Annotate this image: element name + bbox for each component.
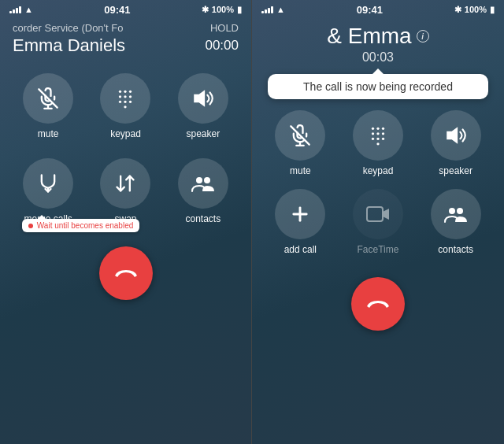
svg-marker-29 [447, 127, 458, 143]
contacts-button-right[interactable]: contacts [423, 189, 488, 255]
speaker-button[interactable]: speaker [171, 73, 235, 139]
swap-button[interactable]: swap [93, 158, 158, 224]
right-speaker-circle [431, 110, 481, 161]
left-status-left: ▲ [9, 5, 33, 14]
right-mute-circle [275, 110, 325, 161]
svg-point-24 [382, 132, 384, 135]
right-wifi-icon: ▲ [276, 5, 285, 14]
keypad-button[interactable]: keypad [93, 73, 158, 139]
contacts-label-left: contacts [185, 213, 220, 224]
contacts-icon-left [191, 172, 216, 194]
add-call-circle [275, 189, 325, 239]
svg-point-20 [376, 128, 379, 130]
add-call-button[interactable]: add call [268, 189, 333, 255]
right-speaker-button[interactable]: speaker [423, 110, 488, 176]
facetime-label: FaceTime [358, 244, 399, 255]
facetime-button[interactable]: FaceTime [346, 189, 411, 255]
svg-point-9 [119, 101, 121, 103]
svg-marker-13 [194, 90, 205, 106]
contacts-circle-right [431, 189, 481, 239]
signal-bars-icon [9, 6, 21, 13]
svg-point-10 [124, 101, 127, 103]
contacts-circle-left [178, 158, 228, 209]
add-call-icon [289, 203, 311, 225]
right-time: 09:41 [357, 4, 383, 16]
primary-call-duration: 00:00 [205, 38, 239, 54]
right-caller-name-area: & Emma i [265, 24, 491, 49]
speaker-circle [178, 73, 228, 124]
secondary-call-name: corder Service (Don't Fo [13, 22, 123, 34]
right-button-grid-row1: mute keypad [252, 104, 504, 179]
right-phone-screen: ▲ 09:41 ✱ 100% ▮ & Emma i 00:03 The call… [252, 0, 504, 444]
right-button-grid-row2: add call FaceTime contacts [252, 179, 504, 265]
svg-point-34 [449, 208, 455, 214]
battery-text: 100% [212, 5, 234, 14]
svg-point-27 [382, 138, 384, 140]
svg-point-22 [372, 132, 374, 135]
svg-point-6 [119, 95, 121, 98]
facetime-icon [366, 205, 390, 223]
svg-point-14 [196, 177, 202, 183]
right-mute-button[interactable]: mute [268, 110, 333, 176]
left-end-call-button[interactable] [99, 246, 153, 300]
merge-circle [23, 158, 73, 209]
svg-point-28 [376, 142, 379, 145]
speaker-icon [191, 87, 215, 109]
mute-tooltip-text: Wait until becomes enabled [37, 221, 133, 230]
facetime-circle [353, 189, 403, 239]
contacts-icon-right [443, 203, 469, 225]
mute-label: mute [38, 128, 59, 139]
battery-icon: ▮ [237, 5, 242, 15]
right-signal-bars-icon [261, 6, 273, 13]
bluetooth-icon: ✱ [202, 5, 209, 15]
svg-point-25 [372, 138, 374, 140]
left-phone-screen: ▲ 09:41 ✱ 100% ▮ corder Service (Don't F… [0, 0, 252, 444]
right-end-call-area [252, 265, 504, 339]
left-primary-call: Emma Daniels 00:00 [13, 35, 239, 56]
right-status-left: ▲ [261, 5, 285, 14]
left-status-bar: ▲ 09:41 ✱ 100% ▮ [0, 0, 251, 17]
mute-tooltip: Wait until becomes enabled [22, 219, 139, 232]
mute-button[interactable]: mute [16, 73, 80, 139]
svg-point-5 [129, 91, 132, 93]
left-secondary-call: corder Service (Don't Fo HOLD [13, 22, 239, 34]
end-call-icon-right [366, 298, 390, 309]
recording-tooltip-text: The call is now being recorded [303, 80, 453, 93]
svg-point-15 [204, 177, 210, 183]
right-mute-icon [289, 124, 311, 146]
left-end-call-area [0, 234, 251, 308]
right-call-info: & Emma i 00:03 [252, 17, 504, 69]
right-status-right: ✱ 100% ▮ [454, 5, 495, 15]
mute-icon [37, 87, 59, 109]
svg-point-12 [124, 105, 127, 108]
svg-point-23 [376, 132, 379, 135]
end-call-icon-left [114, 268, 138, 279]
right-keypad-button[interactable]: keypad [346, 110, 411, 176]
swap-circle [100, 158, 150, 209]
right-status-bar: ▲ 09:41 ✱ 100% ▮ [252, 0, 504, 17]
left-status-right: ✱ 100% ▮ [202, 5, 242, 15]
svg-marker-33 [383, 209, 389, 220]
contacts-label-right: contacts [438, 244, 473, 255]
right-battery-icon: ▮ [490, 5, 495, 15]
svg-rect-32 [367, 207, 383, 221]
tooltip-dot [28, 224, 33, 228]
left-call-info: corder Service (Don't Fo HOLD Emma Danie… [0, 17, 251, 64]
wifi-icon: ▲ [24, 5, 33, 14]
primary-call-name: Emma Daniels [13, 35, 125, 56]
right-mute-label: mute [290, 165, 311, 176]
svg-point-3 [119, 91, 121, 93]
svg-point-11 [129, 101, 132, 103]
left-time: 09:41 [104, 4, 130, 16]
svg-point-35 [457, 208, 463, 214]
svg-point-4 [124, 91, 127, 93]
contacts-button-left[interactable]: contacts [171, 158, 235, 224]
mute-circle [23, 73, 73, 124]
swap-icon [114, 172, 136, 194]
recording-tooltip: The call is now being recorded [268, 74, 488, 99]
right-keypad-label: keypad [363, 165, 394, 176]
caller-info-icon[interactable]: i [417, 30, 429, 43]
right-end-call-button[interactable] [351, 277, 405, 331]
merge-calls-button[interactable]: merge calls [16, 158, 80, 224]
right-keypad-icon [368, 125, 388, 146]
